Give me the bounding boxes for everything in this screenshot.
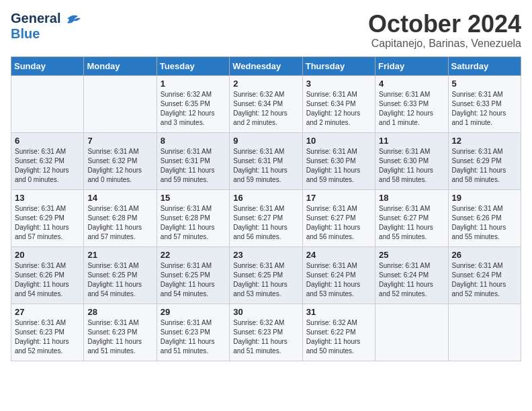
week-row-1: 1Sunrise: 6:32 AM Sunset: 6:35 PM Daylig… [11,75,521,132]
calendar-cell: 23Sunrise: 6:31 AM Sunset: 6:25 PM Dayli… [230,246,302,304]
header-day-friday: Friday [375,56,448,75]
calendar-cell [375,304,448,361]
header-day-wednesday: Wednesday [230,56,302,75]
day-number: 23 [233,250,298,260]
day-number: 3 [306,79,371,89]
calendar-cell: 5Sunrise: 6:31 AM Sunset: 6:33 PM Daylig… [448,75,521,132]
calendar-cell: 2Sunrise: 6:32 AM Sunset: 6:34 PM Daylig… [230,75,302,132]
title-section: October 2024 Capitanejo, Barinas, Venezu… [368,11,521,50]
calendar-cell: 28Sunrise: 6:31 AM Sunset: 6:23 PM Dayli… [84,304,157,361]
day-info: Sunrise: 6:31 AM Sunset: 6:29 PM Dayligh… [15,204,80,242]
day-info: Sunrise: 6:31 AM Sunset: 6:25 PM Dayligh… [233,261,298,299]
calendar-cell: 9Sunrise: 6:31 AM Sunset: 6:31 PM Daylig… [230,132,302,189]
calendar-cell: 11Sunrise: 6:31 AM Sunset: 6:30 PM Dayli… [375,132,448,189]
day-number: 12 [452,136,517,146]
day-info: Sunrise: 6:31 AM Sunset: 6:23 PM Dayligh… [87,318,152,356]
day-number: 25 [379,250,444,260]
calendar-cell: 26Sunrise: 6:31 AM Sunset: 6:24 PM Dayli… [448,246,521,304]
calendar-cell: 1Sunrise: 6:32 AM Sunset: 6:35 PM Daylig… [157,75,229,132]
day-number: 5 [452,79,517,89]
day-info: Sunrise: 6:32 AM Sunset: 6:23 PM Dayligh… [233,318,298,356]
calendar-cell: 7Sunrise: 6:31 AM Sunset: 6:32 PM Daylig… [84,132,157,189]
day-info: Sunrise: 6:31 AM Sunset: 6:29 PM Dayligh… [452,147,517,185]
calendar-cell: 25Sunrise: 6:31 AM Sunset: 6:24 PM Dayli… [375,246,448,304]
day-number: 8 [161,136,226,146]
day-number: 21 [87,250,152,260]
day-number: 4 [379,79,444,89]
header-row: SundayMondayTuesdayWednesdayThursdayFrid… [11,56,521,75]
page-header: General Blue October 2024 Capitanejo, Ba… [11,11,521,50]
calendar-cell: 30Sunrise: 6:32 AM Sunset: 6:23 PM Dayli… [230,304,302,361]
calendar-cell: 12Sunrise: 6:31 AM Sunset: 6:29 PM Dayli… [448,132,521,189]
day-number: 1 [161,79,226,89]
day-number: 13 [15,193,80,203]
calendar-cell: 31Sunrise: 6:32 AM Sunset: 6:22 PM Dayli… [302,304,375,361]
calendar-cell: 20Sunrise: 6:31 AM Sunset: 6:26 PM Dayli… [11,246,84,304]
calendar-cell: 3Sunrise: 6:31 AM Sunset: 6:34 PM Daylig… [302,75,375,132]
day-info: Sunrise: 6:31 AM Sunset: 6:24 PM Dayligh… [306,261,371,299]
day-number: 29 [161,307,226,317]
calendar-table: SundayMondayTuesdayWednesdayThursdayFrid… [11,56,521,361]
calendar-cell: 6Sunrise: 6:31 AM Sunset: 6:32 PM Daylig… [11,132,84,189]
day-number: 7 [87,136,152,146]
day-number: 31 [306,307,371,317]
calendar-cell: 4Sunrise: 6:31 AM Sunset: 6:33 PM Daylig… [375,75,448,132]
day-info: Sunrise: 6:31 AM Sunset: 6:26 PM Dayligh… [15,261,80,299]
calendar-cell: 10Sunrise: 6:31 AM Sunset: 6:30 PM Dayli… [302,132,375,189]
day-number: 14 [87,193,152,203]
month-title: October 2024 [368,11,521,38]
day-number: 11 [379,136,444,146]
day-info: Sunrise: 6:31 AM Sunset: 6:30 PM Dayligh… [379,147,444,185]
day-number: 2 [233,79,298,89]
header-day-saturday: Saturday [448,56,521,75]
calendar-cell: 14Sunrise: 6:31 AM Sunset: 6:28 PM Dayli… [84,189,157,246]
day-number: 28 [87,307,152,317]
day-info: Sunrise: 6:31 AM Sunset: 6:28 PM Dayligh… [161,204,226,242]
logo-blue-text: Blue [11,26,40,41]
day-info: Sunrise: 6:31 AM Sunset: 6:33 PM Dayligh… [452,90,517,128]
header-day-tuesday: Tuesday [157,56,229,75]
day-info: Sunrise: 6:31 AM Sunset: 6:28 PM Dayligh… [87,204,152,242]
header-day-sunday: Sunday [11,56,84,75]
day-number: 22 [161,250,226,260]
calendar-cell [11,75,84,132]
calendar-cell: 27Sunrise: 6:31 AM Sunset: 6:23 PM Dayli… [11,304,84,361]
day-info: Sunrise: 6:31 AM Sunset: 6:27 PM Dayligh… [379,204,444,242]
calendar-cell: 18Sunrise: 6:31 AM Sunset: 6:27 PM Dayli… [375,189,448,246]
calendar-cell: 16Sunrise: 6:31 AM Sunset: 6:27 PM Dayli… [230,189,302,246]
calendar-cell: 21Sunrise: 6:31 AM Sunset: 6:25 PM Dayli… [84,246,157,304]
day-info: Sunrise: 6:31 AM Sunset: 6:24 PM Dayligh… [379,261,444,299]
day-info: Sunrise: 6:31 AM Sunset: 6:27 PM Dayligh… [233,204,298,242]
calendar-cell: 29Sunrise: 6:31 AM Sunset: 6:23 PM Dayli… [157,304,229,361]
day-number: 16 [233,193,298,203]
day-number: 9 [233,136,298,146]
day-number: 24 [306,250,371,260]
day-number: 15 [161,193,226,203]
calendar-cell [84,75,157,132]
day-info: Sunrise: 6:31 AM Sunset: 6:32 PM Dayligh… [87,147,152,185]
calendar-cell: 15Sunrise: 6:31 AM Sunset: 6:28 PM Dayli… [157,189,229,246]
day-info: Sunrise: 6:31 AM Sunset: 6:26 PM Dayligh… [452,204,517,242]
day-info: Sunrise: 6:31 AM Sunset: 6:34 PM Dayligh… [306,90,371,128]
day-info: Sunrise: 6:31 AM Sunset: 6:25 PM Dayligh… [87,261,152,299]
logo-bird-icon [63,12,82,26]
calendar-cell: 22Sunrise: 6:31 AM Sunset: 6:25 PM Dayli… [157,246,229,304]
week-row-3: 13Sunrise: 6:31 AM Sunset: 6:29 PM Dayli… [11,189,521,246]
day-info: Sunrise: 6:31 AM Sunset: 6:31 PM Dayligh… [233,147,298,185]
day-info: Sunrise: 6:31 AM Sunset: 6:32 PM Dayligh… [15,147,80,185]
day-info: Sunrise: 6:32 AM Sunset: 6:34 PM Dayligh… [233,90,298,128]
day-number: 18 [379,193,444,203]
calendar-cell [448,304,521,361]
calendar-cell: 24Sunrise: 6:31 AM Sunset: 6:24 PM Dayli… [302,246,375,304]
day-number: 19 [452,193,517,203]
day-number: 20 [15,250,80,260]
day-number: 26 [452,250,517,260]
day-info: Sunrise: 6:32 AM Sunset: 6:35 PM Dayligh… [161,90,226,128]
day-info: Sunrise: 6:31 AM Sunset: 6:25 PM Dayligh… [161,261,226,299]
week-row-5: 27Sunrise: 6:31 AM Sunset: 6:23 PM Dayli… [11,304,521,361]
day-info: Sunrise: 6:31 AM Sunset: 6:31 PM Dayligh… [161,147,226,185]
calendar-cell: 19Sunrise: 6:31 AM Sunset: 6:26 PM Dayli… [448,189,521,246]
week-row-4: 20Sunrise: 6:31 AM Sunset: 6:26 PM Dayli… [11,246,521,304]
day-info: Sunrise: 6:32 AM Sunset: 6:22 PM Dayligh… [306,318,371,356]
day-number: 17 [306,193,371,203]
